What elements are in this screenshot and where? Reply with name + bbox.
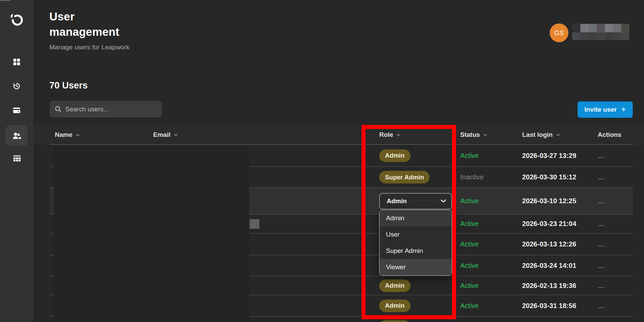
- cell-status: Active: [460, 220, 522, 228]
- cell-status: Active: [460, 262, 522, 270]
- cell-actions: …: [598, 173, 633, 181]
- cell-last-login: 2026-03-10 12:25: [522, 197, 598, 205]
- cell-last-login: 2026-02-13 19:36: [522, 282, 598, 290]
- user-name-redacted: [572, 24, 629, 40]
- redacted-pixel-cell: [613, 24, 621, 32]
- cell-actions: …: [598, 220, 633, 228]
- redacted-pixel-cell: [621, 24, 629, 32]
- redacted-pixel-cell: [605, 24, 613, 32]
- avatar-initials: GS: [554, 29, 564, 37]
- role-select[interactable]: Admin: [379, 193, 452, 209]
- row-actions-ellipsis-icon[interactable]: …: [598, 282, 605, 289]
- redacted-pixel-cell: [621, 32, 629, 40]
- column-label: Status: [460, 131, 480, 139]
- cell-actions: …: [598, 240, 633, 248]
- column-label: Last login: [522, 131, 553, 139]
- cell-role: Admin: [379, 279, 460, 292]
- role-badge: Admin: [379, 300, 410, 312]
- leapwork-logo-icon[interactable]: [9, 12, 25, 28]
- role-option-viewer[interactable]: Viewer: [380, 259, 452, 275]
- row-actions-ellipsis-icon[interactable]: …: [598, 173, 605, 181]
- sort-chevron-down-icon: [174, 133, 178, 137]
- cell-actions: …: [598, 282, 633, 290]
- users-count: 70 Users: [49, 80, 88, 91]
- cell-actions: …: [598, 302, 633, 310]
- row-actions-ellipsis-icon[interactable]: …: [598, 152, 605, 159]
- status-text: Active: [460, 240, 479, 248]
- sidebar-item-dashboard[interactable]: [12, 58, 21, 66]
- role-badge: Super Admin: [379, 171, 430, 183]
- status-text: Active: [460, 282, 479, 289]
- column-header-last-login[interactable]: Last login: [522, 131, 598, 139]
- history-icon: [12, 82, 21, 91]
- cell-status: Active: [460, 152, 522, 160]
- search-input[interactable]: Search users...: [50, 101, 162, 117]
- role-option-admin[interactable]: Admin: [380, 210, 452, 226]
- sidebar: [0, 0, 33, 322]
- row-actions-ellipsis-icon[interactable]: …: [598, 302, 605, 309]
- status-text: Inactive: [460, 173, 484, 181]
- cell-status: Active: [460, 282, 522, 290]
- search-placeholder: Search users...: [65, 106, 109, 113]
- cell-status: Active: [460, 197, 522, 205]
- redacted-pixel-cell: [250, 219, 259, 229]
- column-header-role[interactable]: Role: [379, 131, 460, 139]
- column-header-email[interactable]: Email: [153, 131, 379, 139]
- column-label: Email: [153, 131, 171, 139]
- page-title: User management: [49, 9, 138, 39]
- sidebar-item-history[interactable]: [12, 82, 21, 91]
- table-header: NameEmailRoleStatusLast loginActions: [33, 125, 644, 145]
- invite-user-button[interactable]: Invite user +: [578, 101, 633, 118]
- cell-status: Active: [460, 302, 522, 310]
- column-header-name[interactable]: Name: [55, 131, 153, 139]
- cell-role: Admin: [379, 317, 460, 322]
- cell-actions: …: [598, 262, 633, 270]
- cell-role: Admin: [379, 300, 460, 312]
- cell-actions: …: [598, 197, 633, 205]
- redacted-pixel-cell: [572, 24, 580, 32]
- role-badge: Admin: [379, 279, 410, 292]
- column-label: Name: [55, 131, 73, 139]
- redaction-overlay: [54, 145, 249, 321]
- cell-role: Admin: [379, 193, 460, 209]
- cell-role: Super Admin: [379, 171, 460, 183]
- avatar[interactable]: GS: [550, 23, 568, 42]
- sidebar-item-billing[interactable]: [12, 106, 21, 115]
- sidebar-item-users[interactable]: [6, 125, 27, 146]
- sidebar-item-data-table[interactable]: [12, 154, 21, 163]
- redacted-pixel-cell: [589, 24, 597, 32]
- cell-last-login: 2026-03-23 21:04: [522, 220, 598, 228]
- card-icon: [12, 106, 21, 115]
- row-actions-ellipsis-icon[interactable]: …: [598, 240, 605, 248]
- invite-user-label: Invite user: [584, 106, 617, 113]
- redacted-pixel-cell: [613, 32, 621, 40]
- role-option-super-admin[interactable]: Super Admin: [380, 243, 452, 259]
- redacted-pixel-cell: [572, 32, 580, 40]
- role-select-value: Admin: [387, 197, 407, 205]
- sort-chevron-down-icon: [556, 133, 560, 137]
- cell-status: Inactive: [460, 173, 522, 181]
- redacted-pixel-cell: [589, 32, 597, 40]
- row-actions-ellipsis-icon[interactable]: …: [598, 220, 605, 227]
- row-actions-ellipsis-icon[interactable]: …: [598, 262, 605, 269]
- plus-icon: +: [621, 105, 626, 113]
- cell-last-login: 2026-03-31 18:56: [522, 302, 598, 310]
- redacted-pixel-cell: [597, 32, 605, 40]
- sort-chevron-up-icon: [76, 133, 80, 137]
- status-text: Active: [460, 262, 479, 269]
- role-option-user[interactable]: User: [380, 226, 452, 243]
- column-label: Actions: [598, 131, 622, 139]
- search-icon: [54, 106, 62, 113]
- status-text: Active: [460, 197, 479, 205]
- column-header-actions: Actions: [598, 131, 633, 139]
- role-dropdown-menu: AdminUserSuper AdminViewer: [379, 210, 452, 276]
- cell-last-login: 2026-03-13 12:26: [522, 240, 598, 248]
- users-icon: [12, 131, 21, 141]
- chevron-down-icon: [440, 199, 446, 203]
- status-text: Active: [460, 302, 479, 309]
- sort-chevron-down-icon: [396, 133, 401, 137]
- column-label: Role: [379, 131, 393, 139]
- redacted-pixel-cell: [580, 24, 589, 32]
- row-actions-ellipsis-icon[interactable]: …: [598, 197, 605, 205]
- column-header-status[interactable]: Status: [460, 131, 522, 139]
